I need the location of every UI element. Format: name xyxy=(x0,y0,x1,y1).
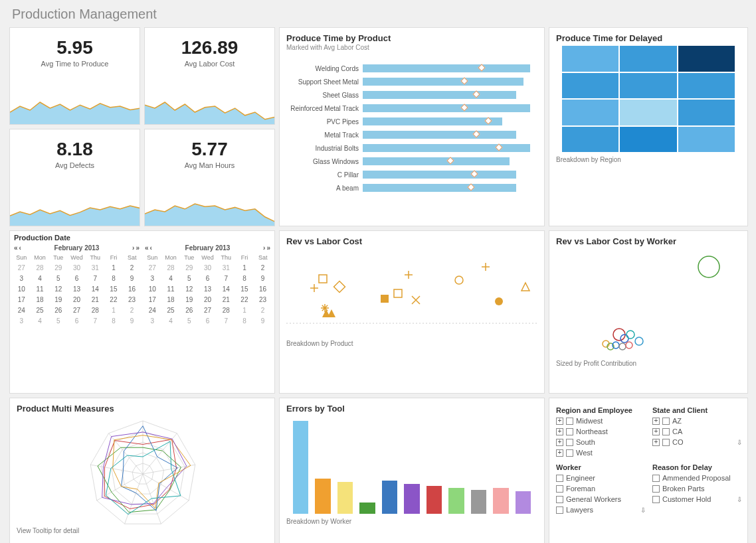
cal-day[interactable]: 9 xyxy=(254,316,272,326)
cal-day[interactable]: 22 xyxy=(236,295,254,305)
filter-item[interactable]: + South xyxy=(556,438,644,446)
cal-day[interactable]: 4 xyxy=(162,316,180,326)
error-bar[interactable] xyxy=(426,486,442,514)
cal-day[interactable]: 1 xyxy=(105,305,123,315)
hbar-row[interactable]: Industrial Bolts xyxy=(286,141,537,155)
cal-day[interactable]: 7 xyxy=(86,316,104,326)
cal-day[interactable]: 7 xyxy=(217,273,235,283)
kpi-card-0[interactable]: 5.95 Avg Time to Produce xyxy=(9,27,140,125)
checkbox-icon[interactable] xyxy=(556,475,563,482)
checkbox-icon[interactable] xyxy=(566,439,573,446)
cal-day[interactable]: 6 xyxy=(199,316,217,326)
error-bar[interactable] xyxy=(404,484,419,514)
error-bar[interactable] xyxy=(493,488,508,514)
filter-item[interactable]: Customer Hold ⇩ xyxy=(652,495,741,503)
cal-day[interactable]: 17 xyxy=(13,295,31,305)
checkbox-icon[interactable] xyxy=(566,449,573,457)
cal-day[interactable]: 27 xyxy=(68,305,86,315)
cal-day[interactable]: 3 xyxy=(143,273,161,283)
checkbox-icon[interactable] xyxy=(662,428,670,435)
heat-cell[interactable] xyxy=(562,127,618,153)
cal-day[interactable]: 15 xyxy=(236,284,254,294)
cal-day[interactable]: 21 xyxy=(217,295,235,305)
expand-icon[interactable]: + xyxy=(652,428,660,435)
cal-day[interactable]: 14 xyxy=(86,284,104,294)
cal-day[interactable]: 1 xyxy=(105,263,123,273)
error-bar[interactable] xyxy=(315,479,330,514)
cal-day[interactable]: 22 xyxy=(105,295,123,305)
rev-labor-chart[interactable] xyxy=(286,247,539,340)
heat-cell[interactable] xyxy=(620,127,676,153)
hbar-row[interactable]: Support Sheet Metal xyxy=(286,75,537,88)
heatmap-grid[interactable] xyxy=(562,46,735,152)
cal-day[interactable]: 27 xyxy=(143,263,161,273)
cal-day[interactable]: 20 xyxy=(68,295,86,305)
cal-day[interactable]: 23 xyxy=(254,295,272,305)
cal-day[interactable]: 11 xyxy=(31,284,49,294)
cal-prev-fast-icon[interactable]: « xyxy=(14,244,18,252)
checkbox-icon[interactable] xyxy=(556,496,563,503)
cal-day[interactable]: 8 xyxy=(236,273,254,283)
expand-icon[interactable]: + xyxy=(556,449,563,457)
cal-day[interactable]: 30 xyxy=(199,263,217,273)
expand-icon[interactable]: + xyxy=(556,439,563,446)
cal-day[interactable]: 11 xyxy=(162,284,180,294)
cal-day[interactable]: 27 xyxy=(13,263,31,273)
error-bar[interactable] xyxy=(293,421,308,514)
cal-next-icon[interactable]: › xyxy=(263,244,265,252)
filter-item[interactable]: + CA xyxy=(652,427,741,435)
cal-day[interactable]: 13 xyxy=(199,284,217,294)
heat-cell[interactable] xyxy=(620,46,676,72)
kpi-card-3[interactable]: 5.77 Avg Man Hours xyxy=(144,129,275,226)
cal-day[interactable]: 21 xyxy=(86,295,104,305)
cal-day[interactable]: 27 xyxy=(199,305,217,315)
filter-item[interactable]: Engineer xyxy=(556,474,644,482)
cal-day[interactable]: 24 xyxy=(143,305,161,315)
cal-day[interactable]: 2 xyxy=(123,263,141,273)
cal-day[interactable]: 3 xyxy=(13,273,31,283)
cal-day[interactable]: 28 xyxy=(217,305,235,315)
error-bar[interactable] xyxy=(382,481,397,514)
heat-cell[interactable] xyxy=(678,73,735,99)
hbar-row[interactable]: C Pillar xyxy=(286,168,537,181)
checkbox-icon[interactable] xyxy=(556,485,563,493)
cal-day[interactable]: 1 xyxy=(236,305,254,315)
cal-day[interactable]: 19 xyxy=(180,295,198,305)
cal-day[interactable]: 6 xyxy=(199,273,217,283)
filter-item[interactable]: Broken Parts xyxy=(652,485,741,493)
filter-item[interactable]: + AZ xyxy=(652,417,741,425)
cal-day[interactable]: 6 xyxy=(68,273,86,283)
filter-item[interactable]: + Midwest xyxy=(556,417,644,425)
cal-prev-fast-icon[interactable]: « xyxy=(145,244,149,252)
error-bar[interactable] xyxy=(359,503,375,514)
cal-day[interactable]: 5 xyxy=(49,273,67,283)
cal-prev-icon[interactable]: ‹ xyxy=(150,244,152,252)
cal-day[interactable]: 3 xyxy=(13,316,31,326)
scroll-down-icon[interactable]: ⇩ xyxy=(640,506,646,514)
cal-day[interactable]: 12 xyxy=(49,284,67,294)
hbar-row[interactable]: Reinforced Metal Track xyxy=(286,102,537,115)
checkbox-icon[interactable] xyxy=(556,506,563,514)
cal-day[interactable]: 1 xyxy=(236,263,254,273)
expand-icon[interactable]: + xyxy=(652,439,660,446)
filter-item[interactable]: Ammended Proposal xyxy=(652,474,741,482)
cal-day[interactable]: 2 xyxy=(254,305,272,315)
cal-prev-icon[interactable]: ‹ xyxy=(19,244,21,252)
cal-next-fast-icon[interactable]: » xyxy=(266,244,270,252)
cal-day[interactable]: 4 xyxy=(31,273,49,283)
filter-item[interactable]: General Workers xyxy=(556,495,644,503)
cal-day[interactable]: 4 xyxy=(162,273,180,283)
hbar-row[interactable]: Glass Windows xyxy=(286,155,537,168)
cal-day[interactable]: 3 xyxy=(143,316,161,326)
cal-day[interactable]: 16 xyxy=(123,284,141,294)
hbar-row[interactable]: Sheet Glass xyxy=(286,88,537,102)
cal-next-fast-icon[interactable]: » xyxy=(136,244,140,252)
cal-day[interactable]: 15 xyxy=(105,284,123,294)
filter-item[interactable]: + Northeast xyxy=(556,427,644,435)
cal-day[interactable]: 25 xyxy=(162,305,180,315)
cal-day[interactable]: 30 xyxy=(68,263,86,273)
cal-day[interactable]: 20 xyxy=(199,295,217,305)
cal-day[interactable]: 16 xyxy=(254,284,272,294)
cal-day[interactable]: 31 xyxy=(217,263,235,273)
filter-item[interactable]: + CO ⇩ xyxy=(652,438,741,446)
